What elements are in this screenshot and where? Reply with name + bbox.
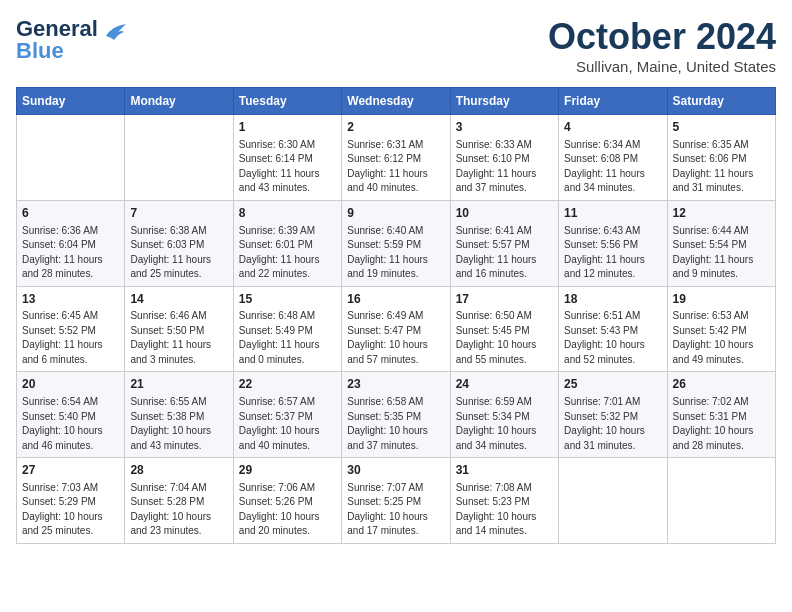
cell-sun-info: Sunrise: 6:49 AM Sunset: 5:47 PM Dayligh… [347, 309, 444, 367]
calendar-cell: 28Sunrise: 7:04 AM Sunset: 5:28 PM Dayli… [125, 458, 233, 544]
title-block: October 2024 Sullivan, Maine, United Sta… [548, 16, 776, 75]
cell-sun-info: Sunrise: 6:30 AM Sunset: 6:14 PM Dayligh… [239, 138, 336, 196]
day-number: 6 [22, 205, 119, 222]
calendar-cell: 19Sunrise: 6:53 AM Sunset: 5:42 PM Dayli… [667, 286, 775, 372]
day-number: 8 [239, 205, 336, 222]
cell-sun-info: Sunrise: 6:31 AM Sunset: 6:12 PM Dayligh… [347, 138, 444, 196]
calendar-cell: 21Sunrise: 6:55 AM Sunset: 5:38 PM Dayli… [125, 372, 233, 458]
calendar-cell: 26Sunrise: 7:02 AM Sunset: 5:31 PM Dayli… [667, 372, 775, 458]
day-number: 12 [673, 205, 770, 222]
calendar-cell: 29Sunrise: 7:06 AM Sunset: 5:26 PM Dayli… [233, 458, 341, 544]
calendar-week-row: 6Sunrise: 6:36 AM Sunset: 6:04 PM Daylig… [17, 200, 776, 286]
cell-sun-info: Sunrise: 7:03 AM Sunset: 5:29 PM Dayligh… [22, 481, 119, 539]
cell-sun-info: Sunrise: 6:43 AM Sunset: 5:56 PM Dayligh… [564, 224, 661, 282]
cell-sun-info: Sunrise: 7:06 AM Sunset: 5:26 PM Dayligh… [239, 481, 336, 539]
cell-sun-info: Sunrise: 6:48 AM Sunset: 5:49 PM Dayligh… [239, 309, 336, 367]
calendar-cell: 10Sunrise: 6:41 AM Sunset: 5:57 PM Dayli… [450, 200, 558, 286]
calendar-cell [125, 115, 233, 201]
day-number: 11 [564, 205, 661, 222]
calendar-week-row: 13Sunrise: 6:45 AM Sunset: 5:52 PM Dayli… [17, 286, 776, 372]
cell-sun-info: Sunrise: 6:50 AM Sunset: 5:45 PM Dayligh… [456, 309, 553, 367]
day-number: 18 [564, 291, 661, 308]
cell-sun-info: Sunrise: 6:36 AM Sunset: 6:04 PM Dayligh… [22, 224, 119, 282]
calendar-cell: 18Sunrise: 6:51 AM Sunset: 5:43 PM Dayli… [559, 286, 667, 372]
logo: General Blue [16, 16, 126, 64]
day-number: 9 [347, 205, 444, 222]
calendar-cell: 20Sunrise: 6:54 AM Sunset: 5:40 PM Dayli… [17, 372, 125, 458]
calendar-cell: 22Sunrise: 6:57 AM Sunset: 5:37 PM Dayli… [233, 372, 341, 458]
calendar-week-row: 1Sunrise: 6:30 AM Sunset: 6:14 PM Daylig… [17, 115, 776, 201]
calendar-cell: 12Sunrise: 6:44 AM Sunset: 5:54 PM Dayli… [667, 200, 775, 286]
cell-sun-info: Sunrise: 6:58 AM Sunset: 5:35 PM Dayligh… [347, 395, 444, 453]
day-number: 4 [564, 119, 661, 136]
day-number: 27 [22, 462, 119, 479]
calendar-cell: 5Sunrise: 6:35 AM Sunset: 6:06 PM Daylig… [667, 115, 775, 201]
calendar-cell: 15Sunrise: 6:48 AM Sunset: 5:49 PM Dayli… [233, 286, 341, 372]
cell-sun-info: Sunrise: 6:35 AM Sunset: 6:06 PM Dayligh… [673, 138, 770, 196]
logo-general: General [16, 16, 98, 41]
cell-sun-info: Sunrise: 6:59 AM Sunset: 5:34 PM Dayligh… [456, 395, 553, 453]
weekday-header-cell: Wednesday [342, 88, 450, 115]
weekday-header-cell: Sunday [17, 88, 125, 115]
calendar-cell: 6Sunrise: 6:36 AM Sunset: 6:04 PM Daylig… [17, 200, 125, 286]
day-number: 24 [456, 376, 553, 393]
weekday-header-cell: Thursday [450, 88, 558, 115]
cell-sun-info: Sunrise: 6:34 AM Sunset: 6:08 PM Dayligh… [564, 138, 661, 196]
calendar-cell: 1Sunrise: 6:30 AM Sunset: 6:14 PM Daylig… [233, 115, 341, 201]
calendar-cell [667, 458, 775, 544]
weekday-header-cell: Saturday [667, 88, 775, 115]
cell-sun-info: Sunrise: 7:08 AM Sunset: 5:23 PM Dayligh… [456, 481, 553, 539]
calendar-cell: 8Sunrise: 6:39 AM Sunset: 6:01 PM Daylig… [233, 200, 341, 286]
calendar-week-row: 27Sunrise: 7:03 AM Sunset: 5:29 PM Dayli… [17, 458, 776, 544]
calendar-cell: 23Sunrise: 6:58 AM Sunset: 5:35 PM Dayli… [342, 372, 450, 458]
cell-sun-info: Sunrise: 6:39 AM Sunset: 6:01 PM Dayligh… [239, 224, 336, 282]
day-number: 30 [347, 462, 444, 479]
day-number: 7 [130, 205, 227, 222]
calendar-table: SundayMondayTuesdayWednesdayThursdayFrid… [16, 87, 776, 544]
calendar-cell: 30Sunrise: 7:07 AM Sunset: 5:25 PM Dayli… [342, 458, 450, 544]
calendar-cell: 11Sunrise: 6:43 AM Sunset: 5:56 PM Dayli… [559, 200, 667, 286]
day-number: 1 [239, 119, 336, 136]
calendar-cell: 24Sunrise: 6:59 AM Sunset: 5:34 PM Dayli… [450, 372, 558, 458]
day-number: 22 [239, 376, 336, 393]
cell-sun-info: Sunrise: 6:33 AM Sunset: 6:10 PM Dayligh… [456, 138, 553, 196]
cell-sun-info: Sunrise: 6:41 AM Sunset: 5:57 PM Dayligh… [456, 224, 553, 282]
calendar-cell: 14Sunrise: 6:46 AM Sunset: 5:50 PM Dayli… [125, 286, 233, 372]
weekday-header-cell: Tuesday [233, 88, 341, 115]
calendar-cell: 2Sunrise: 6:31 AM Sunset: 6:12 PM Daylig… [342, 115, 450, 201]
cell-sun-info: Sunrise: 6:57 AM Sunset: 5:37 PM Dayligh… [239, 395, 336, 453]
cell-sun-info: Sunrise: 6:53 AM Sunset: 5:42 PM Dayligh… [673, 309, 770, 367]
cell-sun-info: Sunrise: 6:46 AM Sunset: 5:50 PM Dayligh… [130, 309, 227, 367]
cell-sun-info: Sunrise: 7:04 AM Sunset: 5:28 PM Dayligh… [130, 481, 227, 539]
calendar-cell: 7Sunrise: 6:38 AM Sunset: 6:03 PM Daylig… [125, 200, 233, 286]
logo-bird-icon [104, 22, 126, 42]
calendar-body: 1Sunrise: 6:30 AM Sunset: 6:14 PM Daylig… [17, 115, 776, 544]
calendar-cell: 31Sunrise: 7:08 AM Sunset: 5:23 PM Dayli… [450, 458, 558, 544]
day-number: 21 [130, 376, 227, 393]
day-number: 3 [456, 119, 553, 136]
day-number: 29 [239, 462, 336, 479]
cell-sun-info: Sunrise: 6:55 AM Sunset: 5:38 PM Dayligh… [130, 395, 227, 453]
month-title: October 2024 [548, 16, 776, 58]
cell-sun-info: Sunrise: 6:38 AM Sunset: 6:03 PM Dayligh… [130, 224, 227, 282]
cell-sun-info: Sunrise: 6:51 AM Sunset: 5:43 PM Dayligh… [564, 309, 661, 367]
calendar-cell: 9Sunrise: 6:40 AM Sunset: 5:59 PM Daylig… [342, 200, 450, 286]
day-number: 20 [22, 376, 119, 393]
cell-sun-info: Sunrise: 6:44 AM Sunset: 5:54 PM Dayligh… [673, 224, 770, 282]
calendar-cell [17, 115, 125, 201]
day-number: 25 [564, 376, 661, 393]
cell-sun-info: Sunrise: 6:54 AM Sunset: 5:40 PM Dayligh… [22, 395, 119, 453]
calendar-week-row: 20Sunrise: 6:54 AM Sunset: 5:40 PM Dayli… [17, 372, 776, 458]
day-number: 10 [456, 205, 553, 222]
day-number: 28 [130, 462, 227, 479]
day-number: 13 [22, 291, 119, 308]
cell-sun-info: Sunrise: 7:02 AM Sunset: 5:31 PM Dayligh… [673, 395, 770, 453]
day-number: 5 [673, 119, 770, 136]
calendar-cell [559, 458, 667, 544]
calendar-cell: 3Sunrise: 6:33 AM Sunset: 6:10 PM Daylig… [450, 115, 558, 201]
calendar-cell: 13Sunrise: 6:45 AM Sunset: 5:52 PM Dayli… [17, 286, 125, 372]
weekday-header-cell: Monday [125, 88, 233, 115]
weekday-header-row: SundayMondayTuesdayWednesdayThursdayFrid… [17, 88, 776, 115]
calendar-cell: 17Sunrise: 6:50 AM Sunset: 5:45 PM Dayli… [450, 286, 558, 372]
weekday-header-cell: Friday [559, 88, 667, 115]
